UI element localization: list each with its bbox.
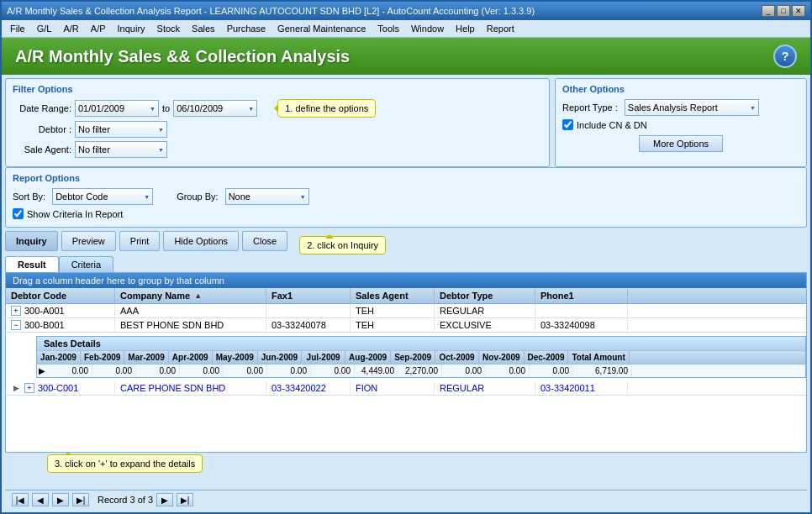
group-by-dropdown[interactable]: None (225, 188, 309, 205)
include-cn-dn-label: Include CN & DN (577, 120, 647, 130)
app-header: A/R Monthly Sales && Collection Analysis… (2, 38, 810, 75)
phone1-cell (535, 304, 628, 317)
table-row: ▶ + 300-C001 CARE PHONE SDN BHD 03-33420… (6, 381, 806, 396)
close-window-button[interactable]: ✕ (792, 5, 805, 17)
panels-row: Filter Options Date Range: 01/01/2009 to… (5, 78, 807, 167)
month-jan: Jan-2009 (37, 351, 81, 364)
sort-by-dropdown[interactable]: Debtor Code (52, 188, 153, 205)
menu-gl[interactable]: G/L (32, 22, 57, 35)
report-type-row: Report Type : Sales Analysis Report (562, 99, 799, 116)
col-header-sales-agent: Sales Agent (351, 288, 435, 303)
val-jun: 0.00 (267, 365, 311, 377)
menu-ar[interactable]: A/R (58, 22, 83, 35)
report-options-title: Report Options (13, 173, 799, 183)
table-row: − 300-B001 BEST PHONE SDN BHD 03-3324007… (6, 318, 806, 333)
other-panel-title: Other Options (562, 84, 799, 94)
grid-drag-info: Drag a column header here to group by th… (6, 273, 806, 288)
date-range-row: Date Range: 01/01/2009 to 06/10/2009 1. … (13, 99, 542, 118)
inquiry-button[interactable]: Inquiry (5, 231, 58, 251)
month-nov: Nov-2009 (479, 351, 524, 364)
debtor-dropdown[interactable]: No filter (75, 121, 167, 138)
more-options-button[interactable]: More Options (639, 135, 723, 152)
content-area: Filter Options Date Range: 01/01/2009 to… (2, 75, 810, 512)
nav-last-button[interactable]: ▶| (72, 493, 89, 506)
data-grid: Drag a column header here to group by th… (5, 272, 807, 453)
col-header-phone1: Phone1 (535, 288, 628, 303)
month-apr: Apr-2009 (169, 351, 213, 364)
filter-panel: Filter Options Date Range: 01/01/2009 to… (5, 78, 550, 167)
menu-file[interactable]: File (5, 22, 30, 35)
menu-sales[interactable]: Sales (187, 22, 220, 35)
debtor-label: Debtor : (13, 124, 71, 134)
menu-window[interactable]: Window (406, 22, 449, 35)
menu-purchase[interactable]: Purchase (222, 22, 271, 35)
help-button[interactable]: ? (773, 45, 797, 68)
month-aug: Aug-2009 (345, 351, 391, 364)
filter-panel-title: Filter Options (13, 84, 542, 94)
val-sep: 2,270.00 (398, 365, 442, 377)
sort-row: Sort By: Debtor Code Group By: None (13, 188, 799, 205)
menu-help[interactable]: Help (451, 22, 480, 35)
preview-button[interactable]: Preview (61, 231, 116, 251)
type-cell: REGULAR (435, 304, 535, 317)
tab-criteria[interactable]: Criteria (59, 256, 113, 272)
company-name-cell: CARE PHONE SDN BHD (115, 381, 266, 395)
record-info: Record 3 of 3 (98, 495, 153, 505)
close-button[interactable]: Close (242, 231, 287, 251)
nav-extra-next[interactable]: ▶ (156, 493, 173, 506)
tab-result[interactable]: Result (5, 256, 59, 272)
report-type-dropdown[interactable]: Sales Analysis Report (625, 99, 759, 116)
date-to-dropdown[interactable]: 06/10/2009 (173, 100, 257, 117)
month-mar: Mar-2009 (124, 351, 168, 364)
month-total: Total Amount (568, 351, 629, 364)
sales-data-row: ▶ 0.00 0.00 0.00 0.00 0.00 0.00 0.00 4,4… (37, 365, 805, 377)
expand-button[interactable]: + (11, 306, 21, 316)
val-feb: 0.00 (92, 365, 136, 377)
report-options-panel: Report Options Sort By: Debtor Code Grou… (5, 167, 807, 228)
month-dec: Dec-2009 (525, 351, 569, 364)
step1-callout: 1. define the options (277, 99, 376, 118)
sort-by-label: Sort By: (13, 191, 45, 202)
val-oct: 0.00 (442, 365, 486, 377)
agent-cell: TEH (351, 318, 435, 332)
maximize-button[interactable]: □ (777, 5, 790, 17)
date-from-dropdown[interactable]: 01/01/2009 (75, 100, 159, 117)
agent-dropdown[interactable]: No filter (75, 141, 167, 158)
grid-column-headers: Debtor Code Company Name ▲ Fax1 Sales Ag… (6, 288, 806, 304)
agent-label: Sale Agent: (13, 144, 71, 155)
menu-ap[interactable]: A/P (86, 22, 111, 35)
nav-next-button[interactable]: ▶ (52, 493, 69, 506)
row-indicator: ▶ (37, 365, 49, 377)
expand-button[interactable]: − (11, 320, 21, 330)
month-may: May-2009 (213, 351, 258, 364)
month-jun: Jun-2009 (258, 351, 302, 364)
show-criteria-checkbox[interactable] (13, 208, 24, 219)
col-header-fax1: Fax1 (266, 288, 351, 303)
menu-tools[interactable]: Tools (372, 22, 404, 35)
val-mar: 0.00 (136, 365, 180, 377)
step3-callout: 3. click on '+' to expand the details (47, 454, 203, 473)
expand-button[interactable]: + (24, 383, 34, 393)
debtor-code-cell: ▶ + 300-C001 (6, 381, 115, 395)
window-title: A/R Monthly Sales & Collection Analysis … (7, 6, 535, 16)
nav-extra-last[interactable]: ▶| (177, 493, 193, 506)
debtor-row: Debtor : No filter (13, 121, 542, 138)
val-nov: 0.00 (486, 365, 530, 377)
minimize-button[interactable]: _ (762, 5, 775, 17)
menu-general-maintenance[interactable]: General Maintenance (272, 22, 371, 35)
action-buttons: Inquiry Preview Print Hide Options Close (5, 231, 287, 251)
sales-details-panel: Sales Details Jan-2009 Feb-2009 Mar-2009… (36, 336, 806, 378)
print-button[interactable]: Print (119, 231, 161, 251)
step3-area: 3. click on '+' to expand the details (5, 453, 807, 490)
menu-report[interactable]: Report (482, 22, 519, 35)
agent-cell: TEH (351, 304, 435, 317)
nav-prev-button[interactable]: ◀ (32, 493, 49, 506)
date-range-label: Date Range: (13, 103, 71, 113)
hide-options-button[interactable]: Hide Options (163, 231, 239, 251)
main-window: A/R Monthly Sales & Collection Analysis … (0, 0, 812, 514)
menu-stock[interactable]: Stock (152, 22, 186, 35)
nav-first-button[interactable]: |◀ (12, 493, 29, 506)
sales-months-header: Jan-2009 Feb-2009 Mar-2009 Apr-2009 May-… (37, 351, 805, 365)
include-cn-dn-checkbox[interactable] (562, 119, 573, 130)
menu-inquiry[interactable]: Inquiry (113, 22, 150, 35)
